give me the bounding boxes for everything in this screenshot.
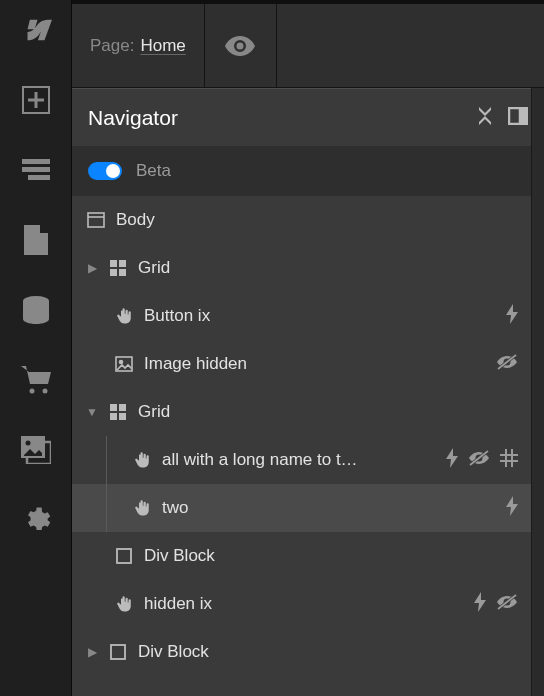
hand-icon: [114, 595, 134, 613]
svg-rect-3: [22, 167, 50, 172]
node-label: Image hidden: [144, 354, 247, 374]
topbar: Page: Home: [72, 0, 544, 88]
panel-header: Navigator: [72, 88, 544, 146]
body-icon: [86, 212, 106, 228]
beta-label: Beta: [136, 161, 171, 181]
tree-node-body[interactable]: Body: [72, 196, 532, 244]
svg-rect-26: [119, 413, 126, 420]
svg-rect-2: [22, 159, 50, 164]
svg-rect-18: [119, 269, 126, 276]
svg-rect-36: [111, 645, 125, 659]
navigator-button[interactable]: [20, 154, 52, 186]
svg-rect-33: [117, 549, 131, 563]
interaction-icon: [446, 448, 458, 473]
interaction-icon: [474, 592, 486, 617]
svg-rect-25: [110, 413, 117, 420]
div-icon: [108, 644, 128, 660]
svg-point-7: [42, 389, 47, 394]
node-label: Grid: [138, 402, 170, 422]
tree-node-two[interactable]: two: [72, 484, 532, 532]
node-label: Grid: [138, 258, 170, 278]
grid-icon: [108, 404, 128, 420]
svg-rect-13: [88, 213, 104, 227]
svg-point-10: [25, 441, 30, 446]
page-name: Home: [140, 36, 185, 56]
tree-node-hidden-ix[interactable]: hidden ix: [72, 580, 532, 628]
ecommerce-button[interactable]: [20, 364, 52, 396]
svg-rect-12: [520, 108, 527, 124]
navigator-panel: Navigator Beta Body: [72, 88, 544, 696]
hidden-icon: [468, 449, 490, 472]
page-selector[interactable]: Page: Home: [72, 4, 205, 87]
tree-node-grid-1[interactable]: ▶ Grid: [72, 244, 532, 292]
svg-rect-23: [110, 404, 117, 411]
hand-icon: [114, 307, 134, 325]
interaction-icon: [506, 304, 518, 329]
hidden-icon: [496, 593, 518, 616]
panel-title: Navigator: [88, 106, 178, 130]
interaction-icon: [506, 496, 518, 521]
node-label: all with a long name to t…: [162, 450, 358, 470]
preview-button[interactable]: [205, 4, 277, 87]
settings-button[interactable]: [20, 504, 52, 536]
webflow-logo[interactable]: [20, 14, 52, 46]
div-icon: [114, 548, 134, 564]
eye-icon: [225, 36, 255, 56]
svg-rect-17: [110, 269, 117, 276]
dock-icon[interactable]: [508, 106, 528, 130]
tree-node-div-2[interactable]: ▶ Div Block: [72, 628, 532, 676]
caret-down-icon[interactable]: ▼: [86, 405, 98, 419]
tree-node-image-hidden[interactable]: Image hidden: [72, 340, 532, 388]
node-label: two: [162, 498, 188, 518]
cms-button[interactable]: [20, 294, 52, 326]
grid-icon: [108, 260, 128, 276]
add-element-button[interactable]: [20, 84, 52, 116]
caret-right-icon[interactable]: ▶: [86, 645, 98, 659]
node-label: Button ix: [144, 306, 210, 326]
tree-node-long-name[interactable]: all with a long name to t…: [72, 436, 532, 484]
assets-button[interactable]: [20, 434, 52, 466]
node-label: Div Block: [144, 546, 215, 566]
svg-point-20: [120, 361, 123, 364]
grid-lines-icon: [500, 449, 518, 472]
caret-right-icon[interactable]: ▶: [86, 261, 98, 275]
tree-node-button-ix[interactable]: Button ix: [72, 292, 532, 340]
image-icon: [114, 356, 134, 372]
hand-icon: [132, 499, 152, 517]
svg-point-6: [29, 389, 34, 394]
element-tree: Body ▶ Grid Button i: [72, 196, 544, 676]
svg-rect-1: [28, 99, 44, 102]
svg-rect-4: [28, 175, 50, 180]
beta-row: Beta: [72, 146, 544, 196]
pages-button[interactable]: [20, 224, 52, 256]
tree-node-grid-2[interactable]: ▼ Grid: [72, 388, 532, 436]
collapse-icon[interactable]: [476, 106, 494, 130]
node-label: Body: [116, 210, 155, 230]
tree-node-div-1[interactable]: Div Block: [72, 532, 532, 580]
page-label: Page:: [90, 36, 134, 56]
plus-icon: [22, 86, 50, 114]
svg-rect-16: [119, 260, 126, 267]
svg-rect-24: [119, 404, 126, 411]
hand-icon: [132, 451, 152, 469]
hidden-icon: [496, 353, 518, 376]
beta-toggle[interactable]: [88, 162, 122, 180]
main-area: Page: Home Navigator Beta: [72, 0, 544, 696]
left-toolbar: [0, 0, 72, 696]
node-label: Div Block: [138, 642, 209, 662]
svg-rect-15: [110, 260, 117, 267]
node-label: hidden ix: [144, 594, 212, 614]
